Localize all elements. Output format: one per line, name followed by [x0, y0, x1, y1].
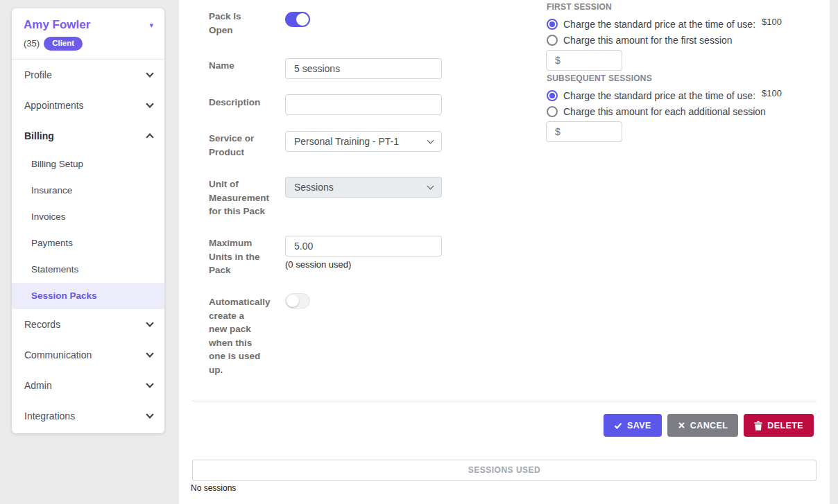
- name-input[interactable]: [285, 58, 442, 79]
- action-buttons: SAVE CANCEL DELETE: [192, 414, 814, 437]
- sessions-used-hint: (0 session used): [285, 259, 351, 270]
- sidebar-subitem-invoices[interactable]: Invoices: [12, 204, 164, 230]
- sessions-used-table-header: SESSIONS USED: [192, 460, 816, 481]
- sidebar-subitem-statements[interactable]: Statements: [12, 257, 164, 283]
- sidebar-nav: Profile Appointments Billing Billing Set…: [12, 60, 164, 431]
- first-custom-option[interactable]: Charge this amount for the first session: [547, 35, 733, 46]
- subsequent-sessions-heading: SUBSEQUENT SESSIONS: [547, 73, 652, 83]
- radio-unselected-icon[interactable]: [547, 106, 558, 117]
- chevron-down-icon: [146, 410, 153, 418]
- unit-label: Unit of Measurement for this Pack: [209, 177, 285, 218]
- auto-create-toggle[interactable]: [285, 293, 310, 309]
- check-icon: [614, 422, 622, 430]
- description-input[interactable]: [285, 94, 442, 115]
- first-amount-input[interactable]: [546, 50, 622, 71]
- name-label: Name: [209, 59, 285, 73]
- service-label: Service or Product: [209, 132, 285, 159]
- chevron-down-icon: [427, 183, 434, 190]
- chevron-down-icon: [146, 380, 153, 388]
- client-name-dropdown[interactable]: Amy Fowler ▾: [24, 18, 153, 32]
- chevron-down-icon: [146, 319, 153, 327]
- auto-create-label: Automatically create a new pack when thi…: [209, 295, 285, 376]
- radio-selected-icon[interactable]: [547, 19, 558, 30]
- sidebar-background: Amy Fowler ▾ (35) Client Profile Appoint…: [0, 0, 179, 504]
- client-header: Amy Fowler ▾ (35) Client: [12, 8, 164, 51]
- unit-select[interactable]: Sessions: [285, 177, 442, 198]
- toggle-knob: [296, 13, 309, 26]
- chevron-down-icon[interactable]: ▾: [149, 21, 153, 30]
- chevron-down-icon: [146, 100, 153, 107]
- chevron-up-icon: [146, 133, 153, 141]
- chevron-down-icon: [146, 69, 153, 77]
- client-age: (35): [24, 38, 40, 49]
- subsequent-amount-input[interactable]: [546, 121, 622, 142]
- service-select[interactable]: Personal Training - PT-1: [285, 131, 442, 152]
- standard-price: $100: [762, 88, 782, 98]
- sidebar-subitem-insurance[interactable]: Insurance: [12, 177, 164, 204]
- trash-icon: [754, 421, 762, 431]
- sidebar-item-admin[interactable]: Admin: [12, 370, 164, 401]
- pack-is-open-toggle[interactable]: [285, 12, 310, 27]
- pack-is-open-label: Pack Is Open: [209, 10, 285, 37]
- sidebar-subitem-payments[interactable]: Payments: [12, 230, 164, 257]
- x-icon: [678, 422, 685, 429]
- sidebar-item-records[interactable]: Records: [12, 309, 164, 340]
- scrollbar[interactable]: [830, 0, 838, 504]
- description-label: Description: [209, 96, 285, 110]
- sidebar-subitem-session-packs[interactable]: Session Packs: [12, 283, 164, 309]
- radio-selected-icon[interactable]: [547, 90, 558, 101]
- divider: [192, 401, 816, 401]
- cancel-button[interactable]: CANCEL: [667, 414, 738, 437]
- sidebar-item-profile[interactable]: Profile: [12, 60, 164, 90]
- save-button[interactable]: SAVE: [604, 414, 662, 437]
- max-units-label: Maximum Units in the Pack: [209, 236, 285, 277]
- sessions-used-empty-text: No sessions: [191, 483, 236, 493]
- first-standard-option[interactable]: Charge the standard price at the time of…: [547, 19, 782, 30]
- first-session-heading: FIRST SESSION: [547, 2, 612, 12]
- toggle-knob: [287, 295, 299, 307]
- sidebar-item-appointments[interactable]: Appointments: [12, 90, 164, 121]
- session-pack-form: Pack Is Open Name Description Service or…: [179, 0, 830, 504]
- sidebar-item-integrations[interactable]: Integrations: [12, 401, 164, 431]
- subsequent-standard-option[interactable]: Charge the standard price at the time of…: [547, 90, 782, 101]
- radio-unselected-icon[interactable]: [547, 35, 558, 46]
- sidebar-subitem-billing-setup[interactable]: Billing Setup: [12, 151, 164, 177]
- client-name[interactable]: Amy Fowler: [24, 18, 90, 32]
- delete-button[interactable]: DELETE: [744, 414, 814, 437]
- subsequent-custom-option[interactable]: Charge this amount for each additional s…: [547, 106, 766, 117]
- client-sidebar: Amy Fowler ▾ (35) Client Profile Appoint…: [12, 8, 164, 433]
- max-units-input[interactable]: [285, 236, 442, 257]
- client-type-badge: Client: [44, 37, 83, 51]
- sidebar-item-communication[interactable]: Communication: [12, 340, 164, 370]
- standard-price: $100: [762, 17, 782, 27]
- page: Amy Fowler ▾ (35) Client Profile Appoint…: [0, 0, 838, 504]
- sidebar-item-billing[interactable]: Billing: [12, 121, 164, 151]
- chevron-down-icon: [427, 137, 434, 144]
- chevron-down-icon: [146, 349, 153, 357]
